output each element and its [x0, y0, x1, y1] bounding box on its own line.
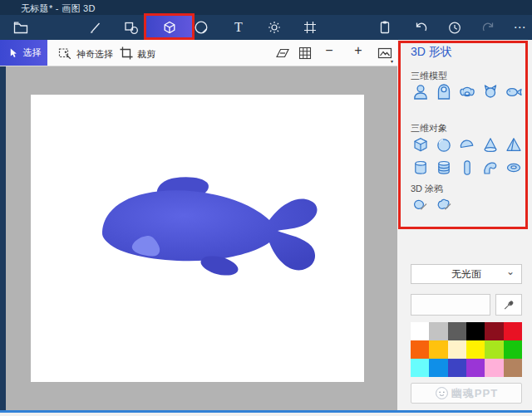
history-icon[interactable]: [446, 19, 463, 36]
palette-swatch[interactable]: [504, 359, 522, 377]
chevron-down-icon: ⌄: [506, 266, 515, 277]
magic-select-label[interactable]: 神奇选择: [76, 48, 113, 61]
crop-icon[interactable]: [118, 45, 135, 61]
fit-dropdown-caret[interactable]: ▾: [391, 58, 393, 64]
palette-swatch[interactable]: [485, 340, 503, 359]
select-tool-button[interactable]: 选择: [0, 40, 47, 66]
3d-object-cone-icon[interactable]: [480, 135, 500, 155]
objects-section-label: 三维对象: [411, 122, 447, 135]
palette-swatch[interactable]: [429, 340, 447, 359]
drawing-canvas[interactable]: [31, 95, 364, 382]
show-grid-icon[interactable]: [297, 45, 313, 61]
3d-object-sphere-icon[interactable]: [434, 135, 454, 155]
bottom-strip: [0, 413, 532, 416]
undo-icon[interactable]: [413, 19, 430, 36]
2d-shapes-tool-icon[interactable]: [123, 19, 140, 36]
palette-swatch[interactable]: [485, 322, 503, 340]
3d-object-hemisphere-icon[interactable]: [457, 135, 477, 155]
brush-tool-icon[interactable]: [87, 19, 104, 36]
3d-model-dog-icon[interactable]: [457, 82, 477, 102]
3d-model-fish-icon[interactable]: [504, 82, 524, 102]
3d-object-capsule-icon[interactable]: [457, 158, 477, 178]
cursor-icon: [7, 46, 20, 60]
3d-object-can-icon[interactable]: [434, 158, 454, 178]
redo-icon-disabled[interactable]: [480, 19, 496, 36]
window-left-edge: [0, 66, 6, 410]
paint3d-window: 无标题* - 画图 3D T: [0, 0, 532, 416]
magic-select-icon[interactable]: [57, 45, 73, 61]
palette-swatch[interactable]: [448, 322, 466, 340]
eyedropper-icon: [502, 298, 515, 311]
palette-swatch[interactable]: [485, 359, 503, 377]
3d-object-cube-icon[interactable]: [411, 135, 431, 155]
paste-icon[interactable]: [377, 19, 393, 36]
palette-swatch[interactable]: [504, 322, 522, 340]
3d-cube-icon: [161, 19, 178, 36]
3d-object-tube-icon[interactable]: [480, 158, 500, 178]
text-tool-icon[interactable]: T: [230, 19, 247, 36]
menu-icon[interactable]: [12, 19, 29, 36]
palette-swatch[interactable]: [411, 322, 429, 340]
zoom-out-button[interactable]: −: [320, 43, 338, 58]
models-section-label: 三维模型: [411, 70, 447, 82]
3d-model-man-icon[interactable]: [411, 82, 431, 102]
watermark-face-icon: [435, 386, 449, 400]
3d-shapes-panel: 3D 形状 三维模型 三维对象: [397, 40, 532, 410]
3d-object-pyramid-icon[interactable]: [504, 135, 524, 155]
watermark-text: 幽魂PPT: [451, 386, 498, 401]
palette-swatch[interactable]: [466, 359, 485, 377]
stickers-tool-icon[interactable]: [193, 19, 209, 36]
palette-swatch[interactable]: [448, 359, 466, 377]
ribbon-toolbar: T ⋯: [0, 15, 532, 40]
zoom-in-button[interactable]: +: [349, 43, 367, 58]
palette-swatch[interactable]: [411, 359, 429, 377]
select-label: 选择: [23, 46, 42, 59]
3d-model-woman-icon[interactable]: [434, 82, 454, 102]
eyedropper-button[interactable]: [495, 294, 522, 316]
finish-dropdown-value: 无光面: [451, 267, 481, 281]
add-color-button[interactable]: 幽魂PPT: [411, 383, 522, 404]
palette-swatch[interactable]: [448, 340, 466, 359]
finish-dropdown[interactable]: 无光面 ⌄: [411, 264, 522, 284]
3d-model-cat-icon[interactable]: [480, 82, 500, 102]
titlebar: 无标题* - 画图 3D: [0, 0, 532, 15]
window-title: 无标题* - 画图 3D: [21, 2, 96, 15]
palette-swatch[interactable]: [429, 322, 447, 340]
doodle-section-label: 3D 涂鸦: [411, 183, 443, 195]
panel-title: 3D 形状: [411, 45, 452, 60]
palette-swatch[interactable]: [504, 340, 522, 359]
sub-toolbar: 选择 神奇选择 裁剪 − + ▾: [0, 40, 397, 66]
palette-swatch[interactable]: [411, 340, 429, 359]
3d-shapes-tab-active[interactable]: [146, 16, 192, 39]
soft-edge-doodle-icon[interactable]: [411, 194, 431, 214]
more-menu-icon[interactable]: ⋯: [511, 19, 528, 36]
3d-object-cylinder-icon[interactable]: [411, 158, 431, 178]
crop-label[interactable]: 裁剪: [137, 48, 155, 61]
color-palette: [411, 322, 522, 377]
effects-tool-icon[interactable]: [266, 19, 283, 36]
current-color-well[interactable]: [411, 294, 490, 316]
palette-swatch[interactable]: [466, 340, 485, 359]
3d-fish-object[interactable]: [31, 95, 364, 382]
perspective-view-icon[interactable]: [274, 45, 291, 61]
canvas-tool-icon[interactable]: [302, 19, 318, 36]
3d-object-torus-icon[interactable]: [504, 158, 524, 178]
palette-swatch[interactable]: [429, 359, 447, 377]
sharp-edge-doodle-icon[interactable]: [434, 194, 454, 214]
palette-swatch[interactable]: [466, 322, 485, 340]
